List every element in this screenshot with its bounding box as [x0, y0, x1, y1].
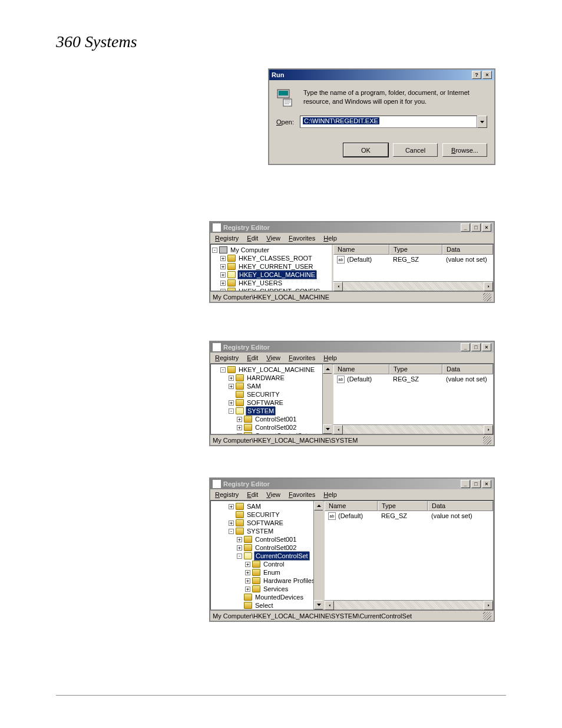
tree-item-selected[interactable]: CurrentControlSet: [254, 551, 310, 561]
open-input[interactable]: C:\WINNT\REGEDIT.EXE: [300, 116, 477, 128]
menu-edit[interactable]: Edit: [243, 233, 262, 243]
cancel-button[interactable]: Cancel: [393, 143, 438, 157]
expander[interactable]: -: [229, 529, 234, 534]
col-name[interactable]: Name: [325, 501, 378, 511]
col-type[interactable]: Type: [378, 501, 428, 511]
menu-registry[interactable]: Registry: [211, 353, 242, 363]
expander[interactable]: +: [245, 570, 250, 575]
scroll-down-button[interactable]: [314, 600, 323, 610]
regedit1-titlebar[interactable]: Registry Editor _ □ ×: [210, 222, 494, 233]
tree-item[interactable]: SAM: [246, 382, 262, 390]
scroll-up-button[interactable]: [314, 501, 323, 510]
close-button[interactable]: ×: [482, 343, 491, 351]
menu-registry[interactable]: Registry: [211, 490, 242, 499]
tree-item[interactable]: Select: [254, 601, 275, 610]
tree-item[interactable]: HKEY_USERS: [237, 279, 283, 287]
regedit2-titlebar[interactable]: Registry Editor _ □ ×: [210, 342, 494, 353]
menu-help[interactable]: Help: [320, 353, 340, 363]
minimize-button[interactable]: _: [461, 480, 470, 488]
expander[interactable]: +: [229, 384, 234, 389]
tree-item[interactable]: SYSTEM: [246, 527, 275, 535]
scroll-down-button[interactable]: [323, 424, 332, 434]
tree-item[interactable]: SECURITY: [246, 390, 281, 398]
close-button[interactable]: ×: [482, 71, 492, 79]
scroll-left-button[interactable]: [333, 282, 343, 291]
maximize-button[interactable]: □: [471, 343, 481, 351]
resize-grip[interactable]: [483, 436, 491, 444]
tree-item[interactable]: Enum: [262, 568, 282, 577]
scroll-left-button[interactable]: [325, 601, 334, 610]
vertical-scrollbar[interactable]: [322, 364, 332, 434]
list-row[interactable]: ab(Default) REG_SZ (value not set): [333, 374, 493, 384]
close-button[interactable]: ×: [482, 480, 491, 488]
tree-item[interactable]: HKEY_LOCAL_MACHINE: [237, 365, 316, 374]
tree-item[interactable]: CurrentControlSet: [254, 431, 309, 434]
tree-item[interactable]: SOFTWARE: [246, 519, 285, 527]
menu-view[interactable]: View: [263, 353, 284, 363]
menu-view[interactable]: View: [263, 490, 284, 499]
open-dropdown-button[interactable]: [477, 116, 487, 128]
regedit3-titlebar[interactable]: Registry Editor _ □ ×: [210, 479, 494, 489]
expander[interactable]: -: [229, 409, 234, 414]
tree-item[interactable]: HKEY_CLASSES_ROOT: [237, 254, 313, 262]
regedit2-tree[interactable]: -HKEY_LOCAL_MACHINE +HARDWARE +SAM SECUR…: [211, 364, 332, 434]
tree-item-selected[interactable]: SYSTEM: [246, 406, 276, 416]
tree-item[interactable]: Control: [262, 560, 285, 568]
expander[interactable]: +: [220, 272, 226, 278]
menu-registry[interactable]: Registry: [211, 233, 242, 243]
menu-help[interactable]: Help: [320, 490, 340, 499]
expander[interactable]: +: [245, 562, 250, 567]
menu-edit[interactable]: Edit: [243, 353, 262, 363]
open-combobox[interactable]: C:\WINNT\REGEDIT.EXE: [300, 116, 487, 128]
tree-item[interactable]: HARDWARE: [246, 374, 286, 382]
expander[interactable]: +: [237, 545, 242, 551]
vertical-scrollbar[interactable]: [313, 501, 323, 610]
scroll-up-button[interactable]: [323, 364, 332, 374]
menu-edit[interactable]: Edit: [243, 490, 262, 499]
tree-item[interactable]: SECURITY: [246, 510, 281, 519]
resize-grip[interactable]: [483, 612, 491, 620]
col-name[interactable]: Name: [333, 364, 389, 374]
expander[interactable]: +: [220, 281, 226, 286]
tree-item[interactable]: HKEY_CURRENT_CONFIG: [237, 287, 322, 291]
menu-help[interactable]: Help: [320, 233, 340, 243]
expander[interactable]: +: [229, 375, 234, 381]
col-name[interactable]: Name: [333, 245, 389, 255]
minimize-button[interactable]: _: [461, 223, 470, 232]
expander[interactable]: +: [237, 417, 242, 422]
scroll-left-button[interactable]: [333, 425, 343, 434]
col-data[interactable]: Data: [428, 501, 493, 511]
tree-root[interactable]: My Computer: [229, 246, 270, 254]
tree-item[interactable]: ControlSet002: [254, 543, 297, 552]
menu-favorites[interactable]: Favorites: [285, 490, 319, 499]
col-data[interactable]: Data: [442, 364, 493, 374]
expander[interactable]: +: [220, 256, 226, 261]
regedit1-tree[interactable]: -My Computer +HKEY_CLASSES_ROOT +HKEY_CU…: [211, 245, 332, 291]
expander[interactable]: +: [237, 537, 242, 542]
maximize-button[interactable]: □: [471, 480, 481, 488]
tree-item[interactable]: ControlSet001: [254, 415, 297, 423]
tree-item[interactable]: SAM: [246, 502, 262, 510]
expander[interactable]: +: [229, 400, 234, 406]
col-type[interactable]: Type: [389, 364, 442, 374]
expander[interactable]: -: [237, 554, 242, 559]
tree-item[interactable]: ControlSet002: [254, 423, 297, 431]
minimize-button[interactable]: _: [461, 343, 470, 351]
expander[interactable]: -: [220, 367, 226, 373]
horizontal-scrollbar[interactable]: [333, 281, 493, 291]
expander[interactable]: +: [237, 433, 242, 434]
expander[interactable]: +: [245, 578, 250, 584]
expander[interactable]: -: [212, 248, 217, 253]
resize-grip[interactable]: [483, 293, 491, 301]
tree-item[interactable]: HKEY_CURRENT_USER: [237, 262, 315, 271]
tree-item[interactable]: Services: [262, 585, 289, 593]
expander[interactable]: +: [245, 587, 250, 592]
scroll-right-button[interactable]: [484, 601, 493, 610]
run-titlebar[interactable]: Run ? ×: [269, 70, 494, 80]
list-row[interactable]: ab(Default) REG_SZ (value not set): [333, 255, 493, 264]
list-row[interactable]: ab(Default) REG_SZ (value not set): [325, 511, 493, 521]
expander[interactable]: +: [237, 425, 242, 430]
col-type[interactable]: Type: [389, 245, 442, 255]
menu-view[interactable]: View: [263, 233, 284, 243]
regedit3-tree[interactable]: +SAM SECURITY +SOFTWARE -SYSTEM +Control…: [211, 501, 323, 610]
